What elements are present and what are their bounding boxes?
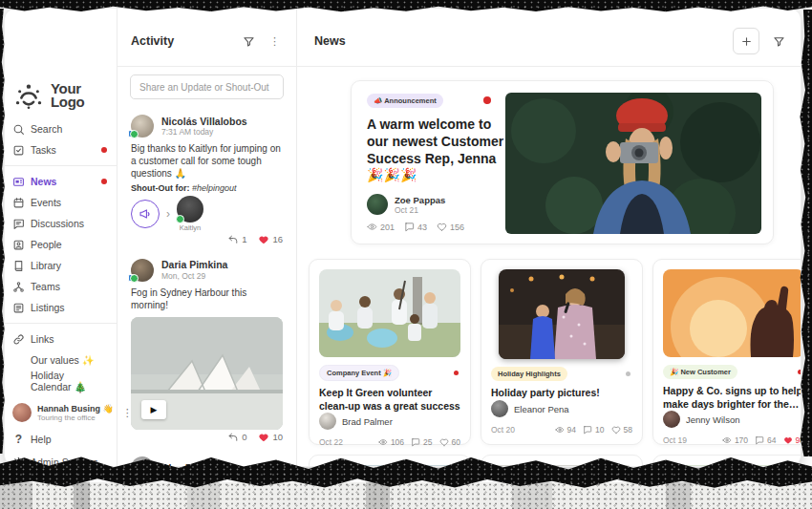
reply-count: 0 — [242, 432, 246, 442]
likes-count: 156 — [450, 223, 464, 232]
sidebar-item-listings[interactable]: Listings — [5, 297, 117, 318]
sidebar-item-events[interactable]: Events — [5, 192, 117, 213]
sidebar-item-tasks[interactable]: Tasks — [5, 139, 117, 160]
news-card[interactable]: Holiday Highlights Holiday party picture… — [481, 259, 643, 445]
activity-panel: Activity ⋮ Nicolás Villalobos — [118, 9, 297, 466]
announcement-card[interactable]: 📣 Announcement A warm welcome to our new… — [351, 80, 774, 244]
heart-icon — [437, 222, 447, 232]
unread-dot — [101, 179, 107, 184]
sidebar-item-label: Events — [31, 197, 61, 208]
likes-count: 98 — [796, 435, 801, 445]
shoutout-tag[interactable]: #helpingout — [192, 183, 237, 193]
like-count: 10 — [272, 432, 283, 442]
filter-icon[interactable] — [773, 35, 785, 48]
status-dot — [176, 215, 184, 223]
sidebar-item-holiday-calendar[interactable]: Holiday Calendar 🎄 — [5, 371, 117, 392]
sidebar-divider — [5, 323, 117, 324]
sidebar-item-our-values[interactable]: Our values ✨ — [5, 350, 117, 371]
heart-icon — [439, 437, 449, 447]
news-panel: News 📣 Announcement A warm welcome to ou… — [297, 9, 801, 466]
sidebar-item-discussions[interactable]: Discussions — [5, 213, 117, 234]
shoutout-label: Shout-Out for: #helpingout — [131, 183, 283, 193]
avatar — [177, 196, 203, 223]
video-thumbnail[interactable]: ▶ — [131, 317, 283, 430]
announcement-title[interactable]: A warm welcome to our newest Customer Su… — [367, 117, 506, 184]
sidebar-item-people[interactable]: People — [5, 234, 117, 255]
post-date: Oct 20 — [491, 425, 515, 435]
views-icon — [555, 425, 565, 435]
sidebar-item-news[interactable]: News — [5, 171, 117, 192]
post-time: Mon, Oct 29 — [161, 271, 227, 281]
user-name: Hannah Busing 👋 — [37, 404, 114, 414]
activity-post[interactable]: Nicolás Villalobos 7:31 AM today Big tha… — [118, 108, 296, 252]
post-stats: 170 64 98 — [722, 435, 801, 445]
sidebar-item-search[interactable]: Search — [5, 118, 117, 139]
sidebar-item-help[interactable]: ? Help — [5, 430, 117, 449]
sidebar-nav: Search Tasks News Events — [5, 118, 117, 392]
sidebar-item-label: People — [31, 239, 62, 250]
post-time: 7:31 AM today — [161, 127, 247, 137]
play-button[interactable]: ▶ — [141, 400, 166, 419]
card-title[interactable]: Holiday party pictures! — [491, 387, 632, 400]
heart-icon — [258, 234, 269, 245]
author-name: Jenny Wilson — [686, 414, 740, 425]
sidebar-item-label: Listings — [31, 302, 65, 313]
read-dot — [626, 371, 630, 376]
post-stats: 94 10 58 — [555, 425, 632, 435]
sidebar-item-links[interactable]: Links — [5, 329, 117, 350]
card-title[interactable]: Keep It Green volunteer clean-up was a g… — [319, 387, 460, 413]
card-title[interactable]: Happy & Co. signs up to help make days b… — [663, 385, 801, 411]
help-icon: ? — [12, 433, 25, 446]
comments-icon — [583, 425, 592, 435]
sidebar-item-teams[interactable]: Teams — [5, 276, 117, 297]
like-action[interactable]: 16 — [258, 234, 283, 245]
avatar — [491, 400, 508, 417]
post-date: Oct 19 — [663, 435, 687, 445]
status-dot — [130, 274, 139, 283]
views-count: 106 — [391, 437, 404, 447]
user-info: Hannah Busing 👋 Touring the office — [37, 404, 114, 422]
chat-icon — [12, 218, 25, 230]
author-name: Brad Palmer — [342, 416, 393, 427]
avatar — [663, 411, 680, 428]
news-card[interactable]: 🎉 New Customer Happy & Co. signs up to h… — [652, 259, 801, 445]
comments-icon — [755, 435, 764, 445]
unread-dot — [454, 371, 459, 375]
post-author: Daria Pimkina — [161, 259, 227, 271]
views-count: 201 — [380, 223, 395, 232]
news-body: 📣 Announcement A warm welcome to our new… — [297, 67, 801, 466]
play-icon: ▶ — [151, 405, 158, 414]
heart-icon — [611, 425, 621, 435]
heart-icon — [783, 435, 793, 445]
kebab-menu-icon[interactable]: ⋮ — [267, 35, 283, 48]
current-user[interactable]: Hannah Busing 👋 Touring the office ⋮ — [5, 399, 117, 426]
post-body: Fog in Sydney Harbour this morning! — [131, 286, 283, 311]
activity-post[interactable]: Daria Pimkina Mon, Oct 29 Fog in Sydney … — [118, 252, 296, 450]
logo-mark-icon — [12, 79, 45, 112]
comments-icon — [404, 222, 415, 232]
card-badge: Holiday Highlights — [491, 367, 567, 381]
add-news-button[interactable] — [733, 28, 759, 54]
post-author: Nicolás Villalobos — [161, 116, 247, 128]
shoutout-recipient[interactable]: Kaitlyn — [177, 196, 203, 232]
reply-action[interactable]: 1 — [227, 234, 246, 245]
card-image — [663, 269, 801, 357]
share-update-input[interactable] — [130, 74, 284, 99]
status-dot — [130, 130, 139, 138]
news-card[interactable]: Company Event 🎉 Keep It Green volunteer … — [309, 259, 471, 445]
reply-action[interactable]: 0 — [227, 432, 246, 443]
sidebar-item-label: Our values ✨ — [31, 354, 95, 367]
news-title: News — [314, 34, 346, 48]
filter-icon[interactable] — [243, 35, 255, 48]
logo[interactable]: Your Logo — [12, 79, 111, 112]
reply-icon — [227, 234, 239, 245]
news-icon — [12, 176, 25, 188]
avatar — [131, 259, 154, 282]
like-action[interactable]: 10 — [258, 432, 283, 443]
post-date: Oct 21 — [395, 205, 445, 215]
sidebar-item-library[interactable]: Library — [5, 255, 117, 276]
unread-dot — [101, 147, 107, 153]
likes-count: 58 — [624, 425, 632, 435]
avatar — [367, 194, 388, 215]
org-chart-icon — [12, 281, 25, 293]
